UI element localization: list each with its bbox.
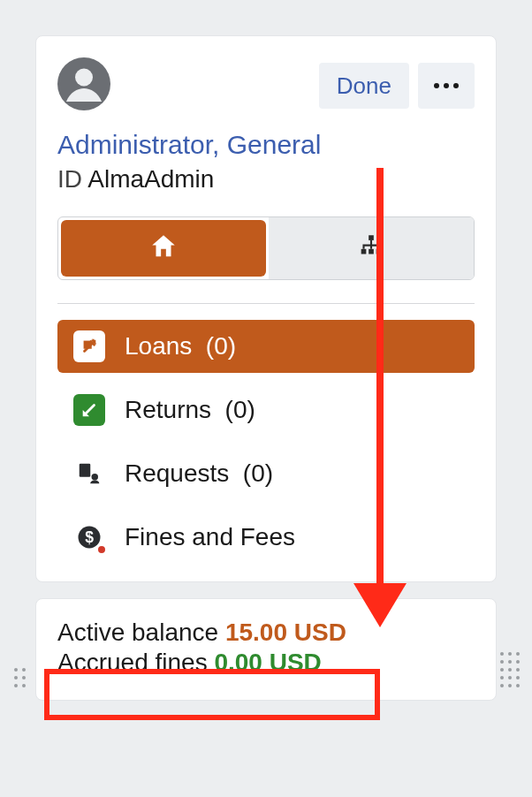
header-actions: Done	[319, 63, 475, 109]
tab-hierarchy[interactable]	[269, 217, 474, 279]
nav-item-label: Loans (0)	[125, 332, 236, 361]
svg-rect-3	[361, 249, 367, 254]
nav-item-label: Requests (0)	[125, 459, 273, 488]
user-id-value: AlmaAdmin	[87, 165, 214, 193]
user-name-link[interactable]: Administrator, General	[57, 130, 475, 160]
fines-icon: $	[73, 521, 105, 553]
returns-icon	[73, 394, 105, 426]
active-balance-line: Active balance 15.00 USD	[57, 619, 475, 647]
user-card: Done Administrator, General ID AlmaAdmin	[35, 35, 497, 582]
user-id-label: ID	[57, 165, 82, 193]
done-button[interactable]: Done	[319, 63, 409, 109]
active-balance-amount: 15.00 USD	[225, 619, 346, 646]
svg-rect-5	[376, 249, 382, 254]
hierarchy-icon	[356, 232, 386, 265]
svg-point-1	[75, 69, 93, 87]
accrued-fines-line: Accrued fines 0.00 USD	[57, 649, 475, 677]
loans-icon	[73, 330, 105, 362]
nav-item-fines[interactable]: $ Fines and Fees	[57, 511, 475, 564]
nav-list: Loans (0) Returns (0)	[57, 320, 475, 564]
home-icon	[148, 232, 179, 265]
accrued-fines-amount: 0.00 USD	[214, 649, 321, 676]
tab-home[interactable]	[61, 220, 266, 277]
alert-dot-icon	[96, 544, 107, 555]
svg-rect-2	[369, 235, 374, 240]
active-balance-label: Active balance	[57, 619, 218, 646]
svg-rect-4	[369, 249, 374, 254]
nav-item-returns[interactable]: Returns (0)	[57, 383, 475, 436]
accrued-fines-label: Accrued fines	[57, 649, 208, 676]
svg-rect-9	[80, 464, 91, 477]
balance-card: Active balance 15.00 USD Accrued fines 0…	[35, 598, 497, 701]
more-icon	[434, 83, 459, 88]
svg-point-10	[92, 474, 99, 481]
drag-handle-left[interactable]	[14, 668, 26, 687]
nav-item-loans[interactable]: Loans (0)	[57, 320, 475, 373]
requests-icon	[73, 458, 105, 490]
nav-item-requests[interactable]: Requests (0)	[57, 447, 475, 500]
avatar-icon	[57, 57, 110, 114]
nav-item-label: Returns (0)	[125, 396, 255, 424]
drag-handle-right[interactable]	[500, 652, 520, 687]
svg-text:$: $	[85, 528, 94, 546]
card-header: Done	[57, 57, 475, 114]
user-id-line: ID AlmaAdmin	[57, 165, 475, 194]
view-segmented-control	[57, 216, 475, 280]
nav-item-label: Fines and Fees	[125, 523, 295, 551]
divider	[57, 303, 475, 304]
more-actions-button[interactable]	[418, 63, 475, 109]
